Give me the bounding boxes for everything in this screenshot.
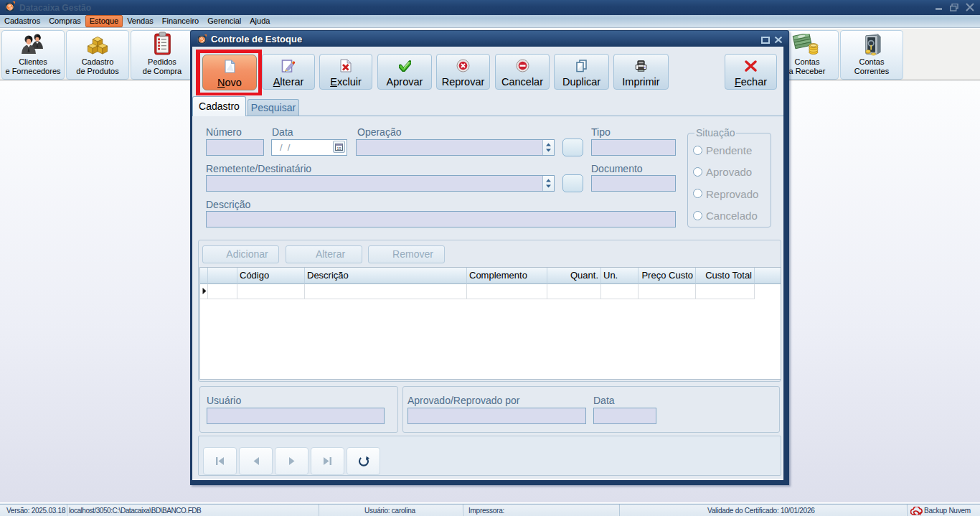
svg-text:15: 15: [336, 146, 341, 151]
